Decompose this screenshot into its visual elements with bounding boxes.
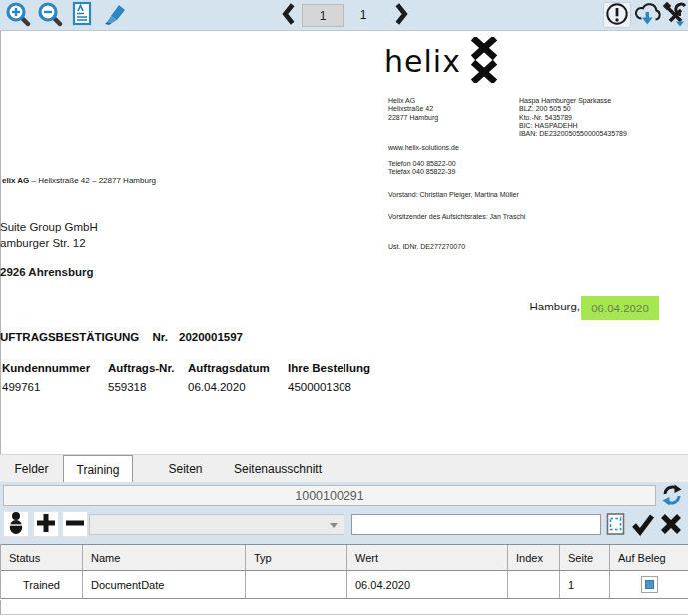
order-value-auftragsdatum: 06.04.2020: [188, 381, 246, 393]
company-vat-id: Ust. IDNr. DE277270070: [388, 243, 465, 251]
plus-icon: [34, 511, 58, 538]
highlighter-icon: [101, 1, 128, 30]
company-street: Helixstraße 42: [388, 105, 438, 113]
order-header-auftragsdatum: Auftragsdatum: [188, 362, 270, 374]
sender-line-rest: – Helixstraße 42 – 22877 Hamburg: [29, 176, 156, 185]
zoom-in-icon: [5, 1, 31, 30]
column-header-seite[interactable]: Seite: [560, 545, 610, 570]
document-title-text: UFTRAGSBESTÄTIGUNG: [0, 331, 139, 343]
alert-button[interactable]: [603, 2, 631, 28]
chevron-left-icon: [280, 2, 298, 29]
alert-icon: [605, 2, 629, 29]
top-toolbar: 1: [0, 0, 688, 31]
field-type-dropdown[interactable]: [89, 514, 344, 535]
page-number-input[interactable]: [302, 4, 344, 27]
sender-line: elix AG – Helixstraße 42 – 22877 Hamburg: [2, 176, 156, 185]
company-city: 22877 Hamburg: [388, 114, 438, 122]
auf-beleg-checkbox[interactable]: [641, 576, 658, 593]
tab-seitenausschnitt[interactable]: Seitenausschnitt: [219, 455, 337, 483]
column-header-name[interactable]: Name: [83, 545, 246, 570]
settings-button[interactable]: [661, 2, 688, 28]
place-label: Hamburg,: [530, 301, 581, 312]
highlighter-button[interactable]: [100, 2, 128, 28]
tab-spacer: [133, 455, 152, 483]
sender-line-bold: elix AG: [2, 176, 29, 185]
fields-table-header: Status Name Typ Wert Index Seite Auf Bel…: [1, 544, 688, 571]
company-phone-block: Telefon 040 85822-00 Telefax 040 85822-3…: [388, 160, 456, 177]
view-document-icon: [70, 1, 94, 30]
cell-name: DocumentDate: [83, 571, 246, 598]
reload-button[interactable]: [660, 484, 684, 508]
company-chairman: Vorsitzender des Aufsichtsrates: Jan Tra…: [388, 213, 525, 221]
reload-icon: [661, 484, 683, 509]
empty-table-area: [0, 600, 688, 615]
helix-logo-text: helix: [384, 47, 461, 77]
order-value-ihre-bestellung: 4500001308: [288, 381, 351, 393]
zoom-out-icon: [37, 1, 63, 30]
document-title-nr-label: Nr.: [152, 331, 167, 343]
cloud-download-button[interactable]: [633, 2, 661, 28]
company-website: www.helix-solutions.de: [388, 144, 459, 152]
previous-page-button[interactable]: [275, 2, 303, 28]
highlighted-date[interactable]: 06.04.2020: [581, 296, 659, 320]
chevron-right-icon: [392, 2, 410, 29]
bank-blz: BLZ: 200 505 50: [519, 105, 627, 113]
select-area-button[interactable]: [604, 513, 628, 537]
column-header-index[interactable]: Index: [508, 545, 560, 570]
bank-details-block: Haspa Hamburger Sparkasse BLZ: 200 505 5…: [519, 97, 627, 138]
x-icon: [659, 512, 683, 539]
helix-logo-mark-icon: [469, 37, 499, 87]
view-document-button[interactable]: [68, 2, 96, 28]
cell-wert: 06.04.2020: [347, 571, 508, 598]
zoom-out-button[interactable]: [36, 2, 64, 28]
company-board: Vorstand: Christian Pleiger, Martina Mül…: [388, 191, 519, 199]
confirm-button[interactable]: [631, 513, 655, 537]
checkbox-checked-mark: [645, 580, 654, 589]
panel-tab-bar: Felder Training Seiten Seitenausschnitt: [0, 454, 688, 483]
company-address-block: Helix AG Helixstraße 42 22877 Hamburg: [388, 97, 438, 122]
document-title: UFTRAGSBESTÄTIGUNG Nr. 2020001597: [0, 331, 243, 343]
remove-field-button[interactable]: [62, 511, 88, 537]
field-value-input[interactable]: [351, 514, 601, 535]
cancel-button[interactable]: [659, 513, 683, 537]
tools-icon: [662, 1, 688, 30]
next-page-button[interactable]: [387, 2, 415, 28]
recipient-street: amburger Str. 12: [0, 237, 86, 249]
cloud-download-icon: [634, 1, 661, 30]
document-capture-window: 1: [0, 0, 688, 616]
person-icon: [6, 511, 26, 538]
document-viewer[interactable]: helix Helix AG Helixstraße 42 22877 Hamb…: [0, 31, 688, 454]
company-name: Helix AG: [388, 97, 438, 105]
helix-logo: helix: [384, 37, 499, 87]
cell-status: Trained: [1, 571, 83, 598]
minus-icon: [63, 511, 87, 538]
table-row[interactable]: Trained DocumentDate 06.04.2020 1: [1, 571, 688, 599]
select-area-icon: [604, 512, 628, 539]
bank-account: Kto.-Nr. 5435789: [519, 114, 627, 122]
person-button[interactable]: [3, 511, 29, 537]
bank-iban: IBAN: DE23200505500005435789: [519, 130, 627, 138]
bank-bic: BIC: HASPADEHH: [519, 122, 627, 130]
company-fax: Telefax 040 85822-39: [388, 168, 456, 176]
document-number-field[interactable]: 1000100291: [3, 485, 656, 506]
field-toolbar: [0, 509, 688, 544]
column-header-typ[interactable]: Typ: [246, 545, 347, 570]
order-header-auftrags-nr: Auftrags-Nr.: [108, 362, 174, 374]
cell-typ: [246, 571, 347, 598]
tab-seiten[interactable]: Seiten: [152, 455, 219, 483]
column-header-status[interactable]: Status: [1, 545, 83, 570]
column-header-auf-beleg[interactable]: Auf Beleg: [610, 545, 688, 570]
order-header-ihre-bestellung: Ihre Bestellung: [288, 362, 370, 374]
recipient-city: 2926 Ahrensburg: [0, 266, 94, 278]
zoom-in-button[interactable]: [4, 2, 32, 28]
fields-table: Status Name Typ Wert Index Seite Auf Bel…: [0, 544, 688, 599]
cell-index: [508, 571, 560, 598]
cell-auf-beleg: [610, 571, 688, 598]
tab-training[interactable]: Training: [63, 455, 133, 483]
page-total-label: 1: [351, 8, 375, 22]
column-header-wert[interactable]: Wert: [347, 545, 508, 570]
add-field-button[interactable]: [33, 511, 59, 537]
order-value-kundennummer: 499761: [2, 381, 40, 393]
tab-felder[interactable]: Felder: [0, 455, 63, 483]
bank-name: Haspa Hamburger Sparkasse: [519, 97, 627, 105]
